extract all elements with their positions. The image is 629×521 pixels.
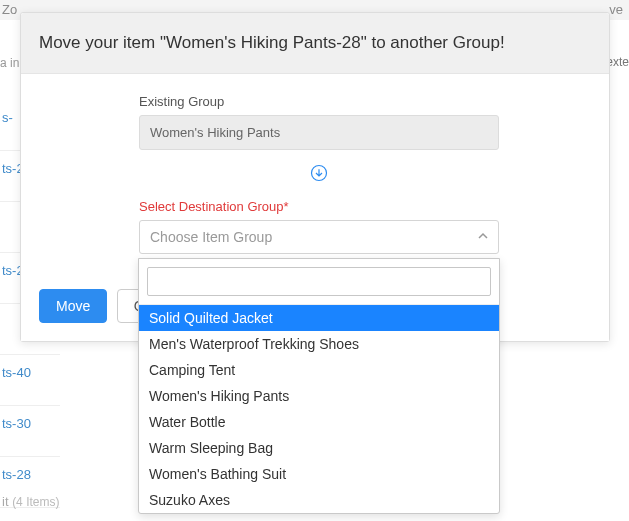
existing-group-value: Women's Hiking Pants bbox=[139, 115, 499, 150]
modal-body: Existing Group Women's Hiking Pants Sele… bbox=[21, 74, 609, 276]
dropdown-options: Solid Quilted Jacket Men's Waterproof Tr… bbox=[139, 305, 499, 513]
existing-group-label: Existing Group bbox=[139, 94, 499, 109]
existing-group-field: Existing Group Women's Hiking Pants bbox=[139, 94, 499, 150]
chevron-up-icon bbox=[478, 231, 488, 243]
destination-group-dropdown: Solid Quilted Jacket Men's Waterproof Tr… bbox=[138, 258, 500, 514]
dropdown-search-wrapper bbox=[139, 259, 499, 305]
dropdown-option[interactable]: Suzuko Axes bbox=[139, 487, 499, 513]
destination-group-label: Select Destination Group* bbox=[139, 199, 499, 214]
bg-in-text: a in bbox=[0, 56, 19, 70]
dropdown-option[interactable]: Water Bottle bbox=[139, 409, 499, 435]
dropdown-option[interactable]: Men's Waterproof Trekking Shoes bbox=[139, 331, 499, 357]
dropdown-option[interactable]: Camping Tent bbox=[139, 357, 499, 383]
modal-header: Move your item "Women's Hiking Pants-28"… bbox=[21, 13, 609, 74]
dropdown-search-input[interactable] bbox=[147, 267, 491, 296]
bg-footer-label: it bbox=[2, 494, 9, 509]
destination-group-field: Select Destination Group* Choose Item Gr… bbox=[139, 199, 499, 254]
dropdown-option[interactable]: Women's Hiking Pants bbox=[139, 383, 499, 409]
dropdown-option[interactable]: Women's Bathing Suit bbox=[139, 461, 499, 487]
dropdown-option[interactable]: Warm Sleeping Bag bbox=[139, 435, 499, 461]
arrow-down-icon bbox=[139, 164, 499, 185]
modal-title: Move your item "Women's Hiking Pants-28"… bbox=[39, 33, 591, 53]
destination-group-placeholder: Choose Item Group bbox=[150, 229, 272, 245]
bg-topbar-right: ve bbox=[609, 2, 623, 17]
bg-side-item[interactable]: ts-30 bbox=[0, 406, 60, 457]
bg-topbar-left: Zo bbox=[2, 2, 17, 17]
bg-footer-count: (4 Items) bbox=[12, 495, 59, 509]
dropdown-option[interactable]: Solid Quilted Jacket bbox=[139, 305, 499, 331]
bg-side-item[interactable]: ts-40 bbox=[0, 355, 60, 406]
destination-group-select[interactable]: Choose Item Group bbox=[139, 220, 499, 254]
bg-footer: it (4 Items) bbox=[2, 494, 59, 509]
move-button[interactable]: Move bbox=[39, 289, 107, 323]
